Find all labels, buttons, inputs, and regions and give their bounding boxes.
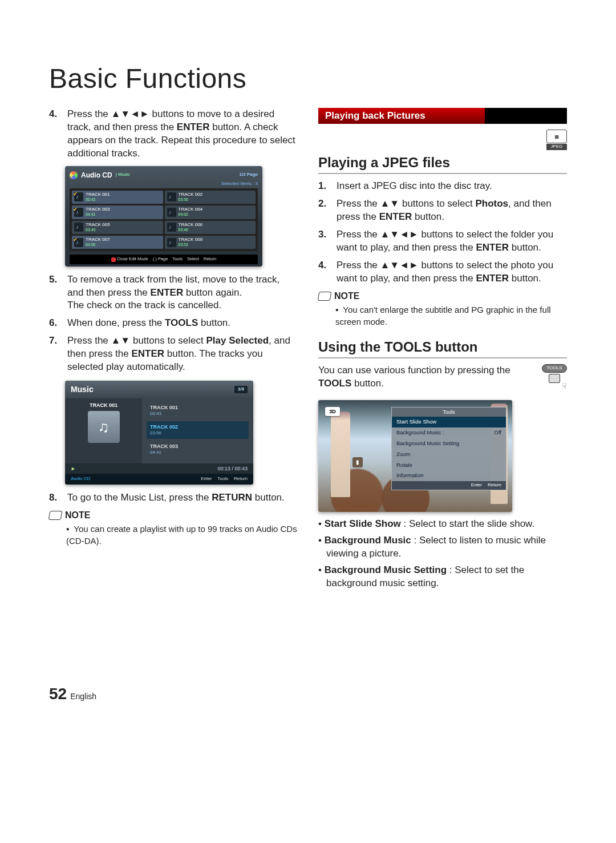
tools-bullet-slideshow: Start Slide Show : Select to start the s… <box>318 518 567 531</box>
page-language: English <box>70 692 96 701</box>
right-column: Playing back Pictures ◙ JPEG Playing a J… <box>318 108 567 594</box>
jpeg-badge: ◙ JPEG <box>546 130 567 150</box>
track-icon <box>74 238 83 247</box>
track-cell: TRACK 00503:43 <box>72 221 163 234</box>
page-footer: 52 English <box>49 685 567 703</box>
tools-menu-item: Information <box>392 470 506 481</box>
track-cell: TRACK 00404:02 <box>165 205 256 219</box>
tools-popup: Tools Start Slide ShowBackground Music :… <box>391 407 506 490</box>
step-7: 7. Press the ▲▼ buttons to select Play S… <box>49 334 298 374</box>
playback-time: 00:13 / 00:43 <box>217 465 248 472</box>
note-item: You can't enlarge the subtitle and PG gr… <box>335 304 567 328</box>
track-cell: TRACK 00100:43 <box>72 191 163 204</box>
tools-menu-item: Background Music Setting <box>392 438 506 449</box>
source-label: Audio CD <box>71 476 90 482</box>
heading-playing-jpeg: Playing a JPEG files <box>318 154 567 174</box>
tools-menu-item: Start Slide Show <box>392 417 506 427</box>
shot2-title: Music <box>71 384 94 395</box>
tools-button-graphic: TOOLS ☟ <box>542 364 567 392</box>
tools-menu-screenshot: 3D ▮ Tools Start Slide ShowBackground Mu… <box>318 400 512 512</box>
tools-bullet-bgmusic: Background Music : Select to listen to m… <box>318 534 567 560</box>
playlist-track: TRACK 00304:41 <box>147 441 249 458</box>
left-column: 4. Press the ▲▼◄► buttons to move to a d… <box>49 108 298 594</box>
track-icon <box>74 208 83 217</box>
red-button-icon <box>111 257 116 262</box>
page-number: 52 <box>49 685 67 703</box>
track-cell: TRACK 00304:41 <box>72 205 163 219</box>
note-icon <box>318 292 332 301</box>
track-cell: TRACK 00603:40 <box>165 221 256 234</box>
heading-tools-button: Using the TOOLS button <box>318 338 567 358</box>
step-5: 5. To remove a track from the list, move… <box>49 273 298 313</box>
note-icon <box>48 511 63 520</box>
3d-badge: 3D <box>325 407 340 416</box>
arrow-icons: ▲▼◄► <box>111 108 149 119</box>
shot2-page: 1/3 <box>234 386 248 393</box>
current-track-label: TRACK 001 <box>65 402 142 409</box>
step-number: 4. <box>49 108 62 160</box>
track-icon <box>167 208 176 217</box>
shot1-category: | Music <box>116 172 130 178</box>
track-icon <box>74 223 83 232</box>
disc-icon <box>70 171 78 179</box>
playlist-track: TRACK 00203:56 <box>147 421 249 439</box>
track-cell: TRACK 00704:06 <box>72 236 163 249</box>
track-icon <box>167 238 176 247</box>
shot1-footer: Close Edit Mode ( ) Page Tools Select Re… <box>70 255 258 264</box>
tools-menu-item: Zoom <box>392 449 506 460</box>
selected-count: Selected Items : 3 <box>70 181 258 187</box>
section-header: Playing back Pictures <box>318 108 567 124</box>
audio-cd-screenshot: Audio CD | Music 1/2 Page Selected Items… <box>65 166 262 267</box>
page-title: Basic Functions <box>49 63 567 94</box>
shot1-page: 1/2 Page <box>240 172 258 178</box>
left-icon: ▮ <box>352 457 363 467</box>
music-player-screenshot: Music 1/3 TRACK 001 ♫ TRACK 00100:43TRAC… <box>65 381 253 485</box>
note-item: You can create a playlist with up to 99 … <box>66 523 298 547</box>
minaret-graphic <box>331 412 350 497</box>
jpeg-step-1: 1. Insert a JPEG disc into the disc tray… <box>318 180 567 193</box>
note-heading: NOTE <box>49 509 298 522</box>
image-icon: ◙ <box>546 130 567 143</box>
track-cell: TRACK 00803:52 <box>165 236 256 249</box>
track-icon <box>167 223 176 232</box>
tools-bullet-bgsetting: Background Music Setting : Select to set… <box>318 564 567 590</box>
step-4: 4. Press the ▲▼◄► buttons to move to a d… <box>49 108 298 160</box>
track-icon <box>167 192 176 201</box>
step-6: 6. When done, press the TOOLS button. <box>49 317 298 330</box>
music-note-icon: ♫ <box>88 411 120 443</box>
jpeg-step-4: 4. Press the ▲▼◄► buttons to select the … <box>318 259 567 285</box>
section-title: Playing back Pictures <box>318 108 485 124</box>
track-icon <box>74 192 83 201</box>
step-8: 8. To go to the Music List, press the RE… <box>49 491 298 505</box>
jpeg-step-3: 3. Press the ▲▼◄► buttons to select the … <box>318 228 567 255</box>
playlist-track: TRACK 00100:43 <box>147 402 249 420</box>
tools-popup-title: Tools <box>392 408 506 417</box>
note-heading: NOTE <box>318 290 567 302</box>
play-icon: ► <box>71 465 76 472</box>
jpeg-step-2: 2. Press the ▲▼ buttons to select Photos… <box>318 197 567 224</box>
tools-menu-item: Background Music :Off <box>392 427 506 438</box>
shot1-title: Audio CD <box>81 171 112 180</box>
tools-menu-item: Rotate <box>392 460 506 471</box>
track-cell: TRACK 00203:56 <box>165 191 256 204</box>
hand-pointer-icon: ☟ <box>542 381 567 392</box>
